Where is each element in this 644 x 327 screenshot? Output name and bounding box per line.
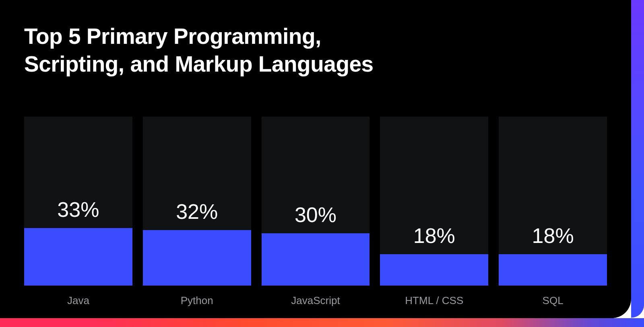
bar-fill [380,254,488,286]
bar-area: 32% [143,117,251,286]
bar-fill [24,228,132,286]
bar-value-label: 33% [24,197,132,228]
bar-column: 32% Python [143,117,251,318]
accent-edge-bottom [0,318,644,327]
bar-area: 33% [24,117,132,286]
bar-column: 30% JavaScript [262,117,370,318]
chart-title-line1: Top 5 Primary Programming, [24,24,321,49]
chart-title: Top 5 Primary Programming, Scripting, an… [24,23,507,78]
bar-value-label: 32% [143,199,251,230]
bar-category-label: SQL [499,286,607,318]
bar-fill [262,233,370,286]
bar-area: 18% [380,117,488,286]
bar-value-label: 18% [380,224,488,254]
bar-area: 18% [499,117,607,286]
bar-column: 18% SQL [499,117,607,318]
accent-edge-right [631,0,644,318]
chart-panel: Top 5 Primary Programming, Scripting, an… [0,0,631,318]
bar-category-label: Python [143,286,251,318]
chart-title-line2: Scripting, and Markup Languages [24,51,374,76]
bar-fill [143,230,251,286]
bar-category-label: JavaScript [262,286,370,318]
bar-area: 30% [262,117,370,286]
bar-chart: 33% Java 32% Python 30% JavaScript [24,102,607,319]
bar-value-label: 18% [499,224,607,254]
chart-card: Top 5 Primary Programming, Scripting, an… [0,0,644,327]
bar-column: 18% HTML / CSS [380,117,488,318]
bar-column: 33% Java [24,117,132,318]
bar-category-label: Java [24,286,132,318]
bar-fill [499,254,607,286]
bar-value-label: 30% [262,203,370,233]
bar-category-label: HTML / CSS [380,286,488,318]
